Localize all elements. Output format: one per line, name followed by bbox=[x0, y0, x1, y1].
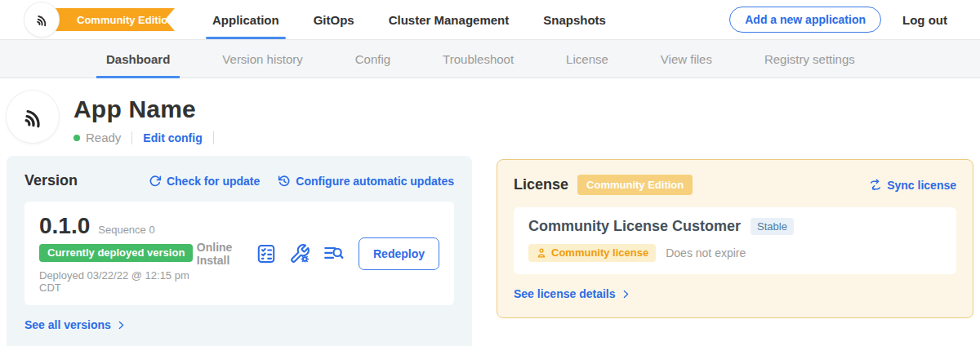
version-card: Version Check for update Configure autom… bbox=[7, 156, 472, 346]
current-version-box: 0.1.0 Sequence 0 Currently deployed vers… bbox=[24, 202, 454, 305]
tab-label: Snapshots bbox=[543, 13, 606, 27]
license-card: License Community Edition Sync license C… bbox=[497, 159, 973, 318]
app-sub-nav: Dashboard Version history Config Trouble… bbox=[0, 39, 980, 78]
version-card-footer: See all versions bbox=[24, 317, 454, 332]
sync-arrows-icon bbox=[869, 179, 882, 192]
edit-config-link[interactable]: Edit config bbox=[143, 131, 202, 144]
subtab-version-history[interactable]: Version history bbox=[222, 40, 302, 78]
tab-application[interactable]: Application bbox=[212, 0, 279, 39]
replicated-logo[interactable] bbox=[24, 2, 59, 37]
expiry-text: Does not expire bbox=[666, 246, 746, 260]
subtab-label: Config bbox=[355, 52, 390, 66]
tab-label: Application bbox=[212, 13, 279, 27]
subtab-registry-settings[interactable]: Registry settings bbox=[764, 40, 855, 78]
subtab-label: Dashboard bbox=[106, 52, 170, 66]
subtab-view-files[interactable]: View files bbox=[661, 40, 712, 78]
subtab-label: Version history bbox=[222, 52, 302, 66]
divider bbox=[213, 131, 214, 144]
customer-row: Community License Customer Stable bbox=[528, 218, 942, 235]
install-type-label: Online Install bbox=[197, 241, 242, 267]
version-card-title: Version bbox=[24, 172, 78, 189]
refresh-icon bbox=[149, 175, 162, 188]
status-badge: Ready bbox=[86, 131, 121, 144]
link-label: Sync license bbox=[887, 179, 956, 192]
config-wrench-icon[interactable] bbox=[289, 243, 310, 264]
subtab-label: View files bbox=[661, 52, 712, 66]
tab-label: Cluster Management bbox=[389, 13, 510, 27]
app-status-row: Ready Edit config bbox=[74, 131, 225, 144]
app-header: App Name Ready Edit config bbox=[0, 78, 980, 144]
subtab-config[interactable]: Config bbox=[355, 40, 390, 78]
auto-update-clock-icon bbox=[278, 175, 291, 188]
diff-search-icon[interactable] bbox=[323, 243, 344, 264]
subtab-label: Registry settings bbox=[764, 52, 855, 66]
link-label: Check for update bbox=[167, 175, 260, 188]
license-type-row: Community license Does not expire bbox=[528, 244, 942, 262]
customer-name: Community License Customer bbox=[528, 218, 741, 235]
sequence-label: Sequence 0 bbox=[98, 224, 154, 236]
top-nav: Community Edition Application GitOps Clu… bbox=[0, 0, 980, 39]
version-header-links: Check for update Configure automatic upd… bbox=[149, 175, 454, 188]
subtab-label: Troubleshoot bbox=[443, 52, 514, 66]
version-number-row: 0.1.0 Sequence 0 bbox=[39, 213, 197, 239]
divider bbox=[131, 131, 132, 144]
kots-admin-console: Community Edition Application GitOps Clu… bbox=[0, 0, 980, 346]
subtab-license[interactable]: License bbox=[566, 40, 608, 78]
link-label: See all versions bbox=[24, 318, 111, 331]
version-number: 0.1.0 bbox=[39, 213, 90, 239]
dashboard-cards: Version Check for update Configure autom… bbox=[0, 156, 980, 346]
community-edition-ribbon: Community Edition bbox=[42, 8, 175, 31]
tab-gitops[interactable]: GitOps bbox=[314, 0, 354, 39]
version-card-header: Version Check for update Configure autom… bbox=[24, 172, 454, 189]
app-avatar bbox=[7, 91, 59, 143]
license-card-header: License Community Edition Sync license bbox=[514, 175, 956, 195]
sync-license-link[interactable]: Sync license bbox=[869, 179, 956, 192]
license-details-box: Community License Customer Stable Commun… bbox=[514, 207, 956, 274]
license-card-footer: See license details bbox=[514, 286, 956, 301]
chevron-right-icon bbox=[116, 320, 127, 330]
license-type-label: Community license bbox=[551, 246, 648, 259]
top-nav-right: Add a new application Log out bbox=[729, 7, 947, 33]
link-label: Configure automatic updates bbox=[296, 175, 454, 188]
tab-label: GitOps bbox=[314, 13, 354, 27]
person-icon bbox=[536, 247, 547, 259]
see-license-details-link[interactable]: See license details bbox=[514, 287, 631, 300]
subtab-label: License bbox=[566, 52, 608, 66]
subtab-dashboard[interactable]: Dashboard bbox=[106, 40, 170, 78]
channel-badge: Stable bbox=[751, 218, 794, 235]
status-dot-icon bbox=[74, 135, 80, 141]
app-header-text: App Name Ready Edit config bbox=[74, 91, 225, 144]
link-label: See license details bbox=[514, 287, 616, 300]
app-logo-icon bbox=[18, 102, 47, 131]
license-card-title: License bbox=[514, 176, 568, 193]
license-type-badge: Community license bbox=[528, 244, 656, 262]
tab-cluster-management[interactable]: Cluster Management bbox=[389, 0, 510, 39]
page-title: App Name bbox=[74, 95, 225, 123]
brand: Community Edition bbox=[24, 0, 178, 39]
community-edition-label: Community Edition bbox=[77, 14, 174, 26]
configure-auto-updates-link[interactable]: Configure automatic updates bbox=[278, 175, 454, 188]
version-info: 0.1.0 Sequence 0 Currently deployed vers… bbox=[39, 213, 197, 294]
replicated-swirl-icon bbox=[33, 11, 51, 29]
see-all-versions-link[interactable]: See all versions bbox=[24, 318, 127, 331]
edition-badge: Community Edition bbox=[577, 175, 693, 195]
deployed-timestamp: Deployed 03/22/22 @ 12:15 pm CDT bbox=[39, 269, 197, 294]
chevron-right-icon bbox=[621, 289, 631, 299]
check-for-update-link[interactable]: Check for update bbox=[149, 175, 260, 188]
preflight-checklist-icon[interactable] bbox=[256, 243, 277, 264]
logout-button[interactable]: Log out bbox=[902, 13, 947, 27]
deployed-badge: Currently deployed version bbox=[39, 244, 193, 262]
subtab-troubleshoot[interactable]: Troubleshoot bbox=[443, 40, 514, 78]
version-actions: Online Install Redeploy bbox=[197, 237, 439, 270]
top-nav-items: Application GitOps Cluster Management Sn… bbox=[212, 0, 606, 39]
redeploy-button[interactable]: Redeploy bbox=[359, 237, 439, 270]
add-application-button[interactable]: Add a new application bbox=[729, 7, 881, 33]
tab-snapshots[interactable]: Snapshots bbox=[543, 0, 606, 39]
